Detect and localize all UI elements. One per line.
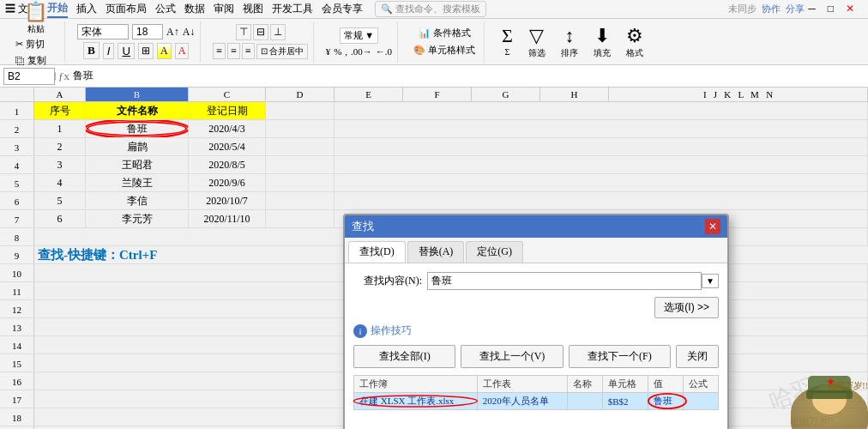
sort-button[interactable]: ↕ 排序 <box>556 23 583 61</box>
cell-3C[interactable]: 2020/5/4 <box>189 138 266 155</box>
result-row[interactable]: 在建 XLSX 工作表.xlsx 2020年人员名单 $B$2 鲁班 <box>354 393 719 410</box>
find-dropdown-btn[interactable]: ▼ <box>702 274 719 288</box>
align-middle-icon[interactable]: ⊟ <box>253 24 268 40</box>
col-header-G[interactable]: G <box>472 88 540 101</box>
menu-item-view[interactable]: 视图 <box>243 2 263 16</box>
format-button[interactable]: ⚙ 格式 <box>621 23 648 61</box>
cell-3B[interactable]: 扁鹊 <box>86 138 189 155</box>
formula-input[interactable] <box>73 69 865 82</box>
window-close[interactable]: ✕ <box>846 3 854 15</box>
inc-decimal-btn[interactable]: .00→ <box>351 46 372 57</box>
cell-1B[interactable]: 文件名称 <box>86 102 189 119</box>
cell-style-button[interactable]: 🎨 单元格样式 <box>410 43 479 57</box>
menu-item-devtools[interactable]: 开发工具 <box>272 2 313 16</box>
cell-reference-box[interactable] <box>3 68 55 85</box>
merge-button[interactable]: ⊡ 合并居中 <box>256 44 308 59</box>
col-header-E[interactable]: E <box>335 88 403 101</box>
close-dialog-button[interactable]: 关闭 <box>676 345 719 368</box>
cut-button[interactable]: ✂ 剪切 <box>12 37 59 51</box>
cell-2B[interactable]: 鲁班 <box>86 120 189 137</box>
copy-button[interactable]: ⿻ 复制 <box>12 53 59 68</box>
window-minimize[interactable]: ─ <box>808 3 816 15</box>
font-name-input[interactable] <box>77 24 129 39</box>
cell-4C[interactable]: 2020/8/5 <box>189 156 266 173</box>
cell-2A[interactable]: 1 <box>34 120 86 137</box>
sum-button[interactable]: Σ Σ <box>497 23 518 61</box>
cell-4B[interactable]: 王昭君 <box>86 156 189 173</box>
cell-1A[interactable]: 序号 <box>34 102 86 119</box>
col-header-C[interactable]: C <box>189 88 266 101</box>
dialog-close-button[interactable]: ✕ <box>705 219 720 234</box>
grow-font-icon[interactable]: A↑ <box>166 26 179 39</box>
italic-button[interactable]: I <box>103 43 115 59</box>
tab-goto[interactable]: 定位(G) <box>466 241 523 263</box>
col-header-A[interactable]: A <box>34 88 86 101</box>
menu-item-data[interactable]: 数据 <box>184 2 205 16</box>
filter-button[interactable]: ▽ 筛选 <box>523 23 551 61</box>
dec-decimal-btn[interactable]: ←.0 <box>376 46 392 57</box>
align-bottom-icon[interactable]: ⊥ <box>270 24 286 40</box>
cell-1C[interactable]: 登记日期 <box>189 102 266 119</box>
col-header-B[interactable]: B <box>86 88 189 101</box>
cell-7A[interactable]: 6 <box>34 210 86 227</box>
fill-button[interactable]: ⬇ 填充 <box>588 23 616 61</box>
find-all-button[interactable]: 查找全部(I) <box>353 345 455 368</box>
paste-button[interactable]: 📋 粘贴 <box>19 0 52 37</box>
menu-item-layout[interactable]: 页面布局 <box>105 2 147 16</box>
font-size-input[interactable] <box>132 24 163 39</box>
cell-4A[interactable]: 3 <box>34 156 86 173</box>
find-next-button[interactable]: 查找下一个(F) <box>569 345 671 368</box>
cell-5A[interactable]: 4 <box>34 174 86 191</box>
align-right-icon[interactable]: ≡ <box>242 43 255 59</box>
underline-button[interactable]: U <box>118 43 135 59</box>
menu-item-formula[interactable]: 公式 <box>155 2 176 16</box>
cell-6B[interactable]: 李信 <box>86 192 189 209</box>
cell-3A[interactable]: 2 <box>34 138 86 155</box>
bold-button[interactable]: B <box>83 42 99 59</box>
cell-style-icon: 🎨 <box>413 45 425 56</box>
col-header-H[interactable]: H <box>540 88 609 101</box>
menu-item-member[interactable]: 会员专享 <box>322 2 363 16</box>
find-prev-button[interactable]: 查找上一个(V) <box>461 345 563 368</box>
comma-btn[interactable]: , <box>345 46 347 57</box>
window-maximize[interactable]: □ <box>828 3 834 15</box>
cell-6D[interactable] <box>266 192 335 209</box>
cell-5B[interactable]: 兰陵王 <box>86 174 189 191</box>
share-btn[interactable]: 分享 <box>786 3 805 15</box>
tab-find[interactable]: 查找(D) <box>348 241 406 263</box>
cell-5C[interactable]: 2020/9/6 <box>189 174 266 191</box>
menu-item-insert[interactable]: 插入 <box>76 2 97 16</box>
cell-4D[interactable] <box>266 156 335 173</box>
tab-replace[interactable]: 替换(A) <box>407 241 465 263</box>
align-center-icon[interactable]: ≡ <box>227 43 240 59</box>
row-num-17: 17 <box>0 390 34 408</box>
find-input[interactable] <box>427 272 702 290</box>
avatar-area: ★ 祖国万岁!! <box>765 372 868 429</box>
cell-3D[interactable] <box>266 138 335 155</box>
search-box[interactable]: 🔍 查找命令、搜索模板 <box>375 1 486 17</box>
border-button[interactable]: ⊞ <box>138 43 154 59</box>
align-top-icon[interactable]: ⊤ <box>236 24 251 40</box>
cell-2D[interactable] <box>266 120 335 137</box>
fill-color-button[interactable]: A <box>157 43 172 59</box>
align-left-icon[interactable]: ≡ <box>213 43 226 59</box>
collab-btn[interactable]: 协作 <box>762 3 781 15</box>
cell-6C[interactable]: 2020/10/7 <box>189 192 266 209</box>
cond-format-button[interactable]: 📊 条件格式 <box>415 26 474 40</box>
font-color-button[interactable]: A <box>175 43 190 59</box>
cell-2C[interactable]: 2020/4/3 <box>189 120 266 137</box>
cell-6A[interactable]: 5 <box>34 192 86 209</box>
cell-7D[interactable] <box>266 210 335 227</box>
cell-7C[interactable]: 2020/11/10 <box>189 210 266 227</box>
cell-1D[interactable] <box>266 102 335 119</box>
cell-7B[interactable]: 李元芳 <box>86 210 189 227</box>
percent-btn[interactable]: % <box>334 46 341 57</box>
cell-5D[interactable] <box>266 174 335 191</box>
options-button[interactable]: 选项(I) >> <box>654 297 719 318</box>
col-header-D[interactable]: D <box>266 88 335 101</box>
yuan-icon[interactable]: ¥ <box>326 46 331 57</box>
menu-item-review[interactable]: 审阅 <box>214 2 234 16</box>
shrink-font-icon[interactable]: A↓ <box>183 26 196 39</box>
col-header-F[interactable]: F <box>403 88 472 101</box>
number-format-dropdown[interactable]: ▼ <box>365 30 374 40</box>
